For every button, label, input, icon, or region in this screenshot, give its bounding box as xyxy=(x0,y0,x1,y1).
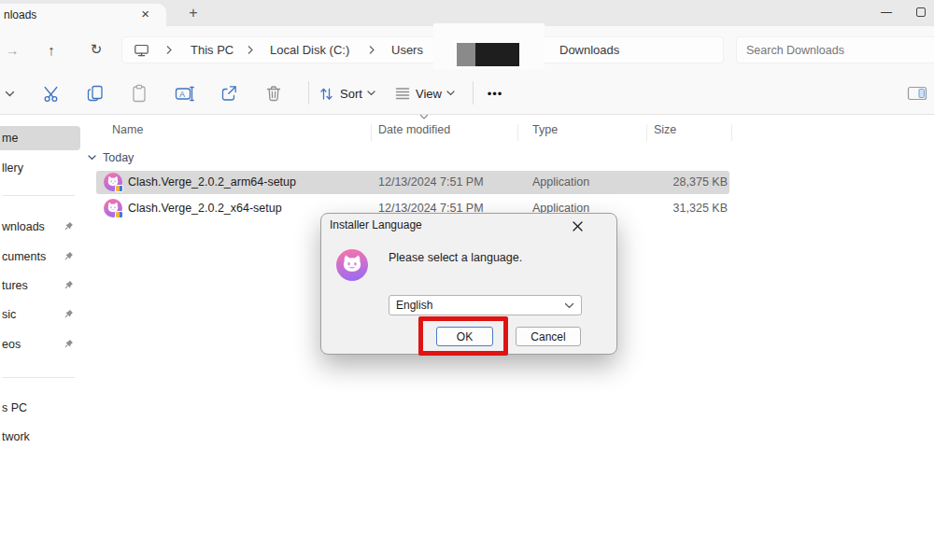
chevron-down-icon xyxy=(367,91,375,96)
maximize-icon xyxy=(916,7,926,17)
language-dropdown[interactable]: English xyxy=(389,295,582,315)
sidebar-item-home[interactable]: me xyxy=(0,126,80,150)
breadcrumb-downloads[interactable]: Downloads xyxy=(559,37,619,63)
dialog-title: Installer Language xyxy=(330,218,422,231)
sidebar-item-documents[interactable]: cuments xyxy=(0,245,80,269)
column-separator[interactable] xyxy=(731,124,732,141)
language-dropdown-value: English xyxy=(396,299,432,312)
share-button[interactable] xyxy=(214,81,244,105)
sort-arrows-icon xyxy=(318,85,335,103)
cut-button[interactable] xyxy=(36,81,66,105)
column-header-name[interactable]: Name xyxy=(112,123,143,136)
pin-icon xyxy=(62,279,75,292)
column-separator[interactable] xyxy=(646,124,647,141)
trash-icon xyxy=(263,83,284,104)
sidebar-item-network[interactable]: twork xyxy=(0,425,80,449)
sidebar-item-music[interactable]: sic xyxy=(0,302,80,327)
column-header-date[interactable]: Date modified xyxy=(378,123,450,136)
sidebar-item-this-pc[interactable]: s PC xyxy=(0,396,80,420)
sidebar-item-label: me xyxy=(2,132,18,145)
pin-icon xyxy=(62,220,75,233)
close-icon xyxy=(573,221,583,231)
explorer-tab-downloads[interactable]: nloads × xyxy=(0,4,166,26)
breadcrumb-local-disk[interactable]: Local Disk (C:) xyxy=(270,37,349,63)
details-pane-icon xyxy=(906,83,928,104)
svg-text:A: A xyxy=(179,89,185,98)
breadcrumb-chevron-icon[interactable] xyxy=(368,45,375,55)
sidebar-item-label: cuments xyxy=(2,250,46,263)
sidebar-item-label: twork xyxy=(2,430,30,443)
file-explorer-window: nloads × + — → ↑ ↻ This PC Local Disk (C… xyxy=(0,0,934,560)
file-type: Application xyxy=(532,171,589,194)
sidebar-item-pictures[interactable]: tures xyxy=(0,273,80,298)
this-pc-icon[interactable] xyxy=(134,37,149,63)
pin-icon xyxy=(62,338,75,351)
view-button[interactable]: View xyxy=(394,81,455,105)
maximize-button[interactable] xyxy=(908,0,934,24)
sort-direction-icon xyxy=(419,114,429,120)
pin-icon xyxy=(62,308,75,321)
command-toolbar: A Sort xyxy=(0,71,934,115)
sidebar-item-label: eos xyxy=(2,338,21,351)
cancel-button[interactable]: Cancel xyxy=(516,327,581,346)
navigation-sidebar: me llery wnloads cuments tures sic eos s… xyxy=(0,116,82,560)
clash-verge-app-icon xyxy=(104,173,122,191)
details-pane-toggle-button[interactable] xyxy=(902,81,932,105)
sidebar-divider xyxy=(2,195,75,196)
sidebar-item-videos[interactable]: eos xyxy=(0,332,80,357)
installer-badge-icon xyxy=(115,185,123,192)
redaction-box xyxy=(475,43,519,66)
group-header-today[interactable]: Today xyxy=(88,150,134,165)
breadcrumb-chevron-icon[interactable] xyxy=(247,45,254,55)
new-menu-chevron-icon[interactable] xyxy=(0,81,24,105)
new-tab-button[interactable]: + xyxy=(183,3,204,23)
column-separator[interactable] xyxy=(371,124,372,141)
toolbar-divider xyxy=(308,81,309,105)
view-lines-icon xyxy=(394,85,411,102)
breadcrumb-this-pc[interactable]: This PC xyxy=(191,37,234,63)
sort-button[interactable]: Sort xyxy=(318,81,375,105)
file-row-arm64-setup[interactable]: Clash.Verge_2.0.2_arm64-setup 12/13/2024… xyxy=(96,171,729,194)
sidebar-divider xyxy=(2,377,75,378)
rename-button[interactable]: A xyxy=(169,81,199,105)
paste-icon xyxy=(129,83,149,104)
copy-button[interactable] xyxy=(80,81,110,105)
group-label: Today xyxy=(103,151,134,164)
ok-button[interactable]: OK xyxy=(436,327,493,346)
breadcrumb-chevron-icon[interactable] xyxy=(165,45,173,55)
sort-label: Sort xyxy=(340,87,362,101)
share-icon xyxy=(219,83,239,104)
scissors-icon xyxy=(42,84,62,104)
address-bar[interactable]: This PC Local Disk (C:) Users Downloads xyxy=(121,36,724,63)
up-button[interactable]: ↑ xyxy=(39,37,64,62)
file-size: 28,375 KB xyxy=(673,171,728,194)
sidebar-item-gallery[interactable]: llery xyxy=(0,156,80,180)
paste-button[interactable] xyxy=(124,81,154,105)
tab-close-icon[interactable]: × xyxy=(141,6,149,21)
sidebar-item-label: wnloads xyxy=(2,220,45,233)
installer-badge-icon xyxy=(115,211,123,218)
sidebar-item-label: sic xyxy=(2,308,16,321)
clash-verge-app-icon xyxy=(104,199,122,217)
search-input[interactable] xyxy=(746,37,933,63)
sidebar-item-label: llery xyxy=(2,161,23,175)
minimize-button[interactable]: — xyxy=(872,0,900,24)
refresh-button[interactable]: ↻ xyxy=(84,37,108,62)
chevron-down-icon xyxy=(446,91,455,96)
sidebar-item-label: s PC xyxy=(2,401,27,414)
dialog-close-button[interactable] xyxy=(567,217,587,235)
breadcrumb-users[interactable]: Users xyxy=(391,37,423,63)
search-box[interactable] xyxy=(736,36,934,63)
column-header-type[interactable]: Type xyxy=(532,123,558,136)
clash-verge-cat-icon xyxy=(336,249,368,281)
chevron-down-icon xyxy=(564,302,574,309)
column-header-size[interactable]: Size xyxy=(654,123,676,136)
column-separator[interactable] xyxy=(517,124,518,141)
more-options-button[interactable]: ••• xyxy=(478,81,512,105)
tab-title: nloads xyxy=(4,8,36,21)
sidebar-item-downloads[interactable]: wnloads xyxy=(0,215,80,239)
rename-icon: A xyxy=(174,83,195,105)
forward-button[interactable]: → xyxy=(0,37,24,62)
file-name: Clash.Verge_2.0.2_arm64-setup xyxy=(128,171,296,194)
delete-button[interactable] xyxy=(259,81,289,105)
